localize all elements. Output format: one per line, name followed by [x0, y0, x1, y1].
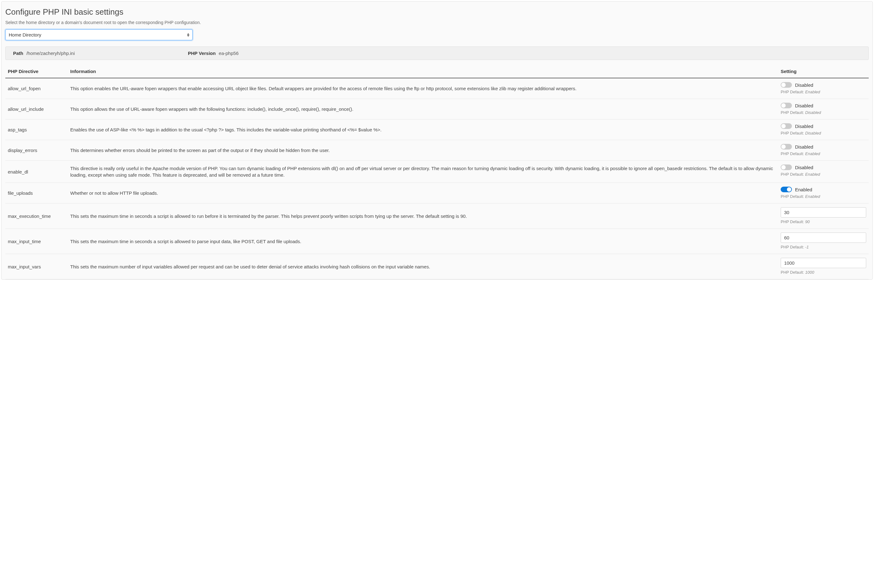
- php-default: PHP Default: Enabled: [781, 194, 866, 199]
- directive-info: This sets the maximum number of input va…: [68, 254, 778, 279]
- php-default: PHP Default: Disabled: [781, 110, 866, 115]
- table-row: allow_url_includeThis option allows the …: [5, 99, 869, 120]
- directive-setting-cell: DisabledPHP Default: Disabled: [778, 99, 869, 120]
- toggle-knob: [781, 83, 786, 87]
- info-bar: Path /home/zacheryh/php.ini PHP Version …: [5, 46, 869, 60]
- toggle-knob: [787, 187, 791, 192]
- page-subtitle: Select the home directory or a domain's …: [5, 20, 869, 25]
- php-default: PHP Default: Enabled: [781, 152, 866, 156]
- directive-name: display_errors: [5, 140, 68, 161]
- table-row: enable_dlThis directive is really only u…: [5, 161, 869, 183]
- table-row: allow_url_fopenThis option enables the U…: [5, 78, 869, 99]
- directive-info: Whether or not to allow HTTP file upload…: [68, 183, 778, 204]
- php-default-prefix: PHP Default:: [781, 110, 805, 115]
- php-default: PHP Default: Enabled: [781, 90, 866, 94]
- php-default-value: 1000: [805, 270, 814, 274]
- toggle-row: Disabled: [781, 144, 866, 150]
- directive-setting-cell: DisabledPHP Default: Enabled: [778, 78, 869, 99]
- directive-setting-cell: DisabledPHP Default: Enabled: [778, 140, 869, 161]
- toggle-state-label: Disabled: [795, 165, 813, 170]
- toggle-state-label: Disabled: [795, 124, 813, 129]
- php-default-value: Disabled: [805, 110, 821, 115]
- toggle-state-label: Disabled: [795, 103, 813, 108]
- toggle-row: Disabled: [781, 82, 866, 88]
- toggle-state-label: Disabled: [795, 144, 813, 150]
- toggle-knob: [781, 165, 786, 170]
- php-default: PHP Default: Enabled: [781, 172, 866, 177]
- directive-input[interactable]: [781, 232, 866, 243]
- php-default-prefix: PHP Default:: [781, 219, 805, 224]
- php-default-value: Enabled: [805, 152, 820, 156]
- toggle-switch[interactable]: [781, 82, 792, 88]
- table-row: file_uploadsWhether or not to allow HTTP…: [5, 183, 869, 204]
- php-default-prefix: PHP Default:: [781, 152, 805, 156]
- directive-input[interactable]: [781, 258, 866, 268]
- php-default-value: 90: [805, 219, 810, 224]
- version-label: PHP Version: [188, 51, 216, 56]
- php-default-prefix: PHP Default:: [781, 172, 805, 177]
- toggle-switch[interactable]: [781, 144, 792, 150]
- version-value: ea-php56: [219, 51, 238, 56]
- directive-setting-cell: PHP Default: 90: [778, 204, 869, 229]
- php-default: PHP Default: 1000: [781, 270, 866, 274]
- col-header-information: Information: [68, 66, 778, 78]
- table-header-row: PHP Directive Information Setting: [5, 66, 869, 78]
- toggle-row: Disabled: [781, 165, 866, 170]
- toggle-row: Disabled: [781, 123, 866, 129]
- directive-info: This determines whether errors should be…: [68, 140, 778, 161]
- toggle-row: Disabled: [781, 103, 866, 108]
- php-default-prefix: PHP Default:: [781, 245, 805, 249]
- php-default-prefix: PHP Default:: [781, 194, 805, 199]
- directive-info: Enables the use of ASP-like <% %> tags i…: [68, 120, 778, 140]
- directive-info: This sets the maximum time in seconds a …: [68, 229, 778, 254]
- directive-name: enable_dl: [5, 161, 68, 183]
- php-default-prefix: PHP Default:: [781, 131, 805, 135]
- col-header-setting: Setting: [778, 66, 869, 78]
- table-row: max_input_varsThis sets the maximum numb…: [5, 254, 869, 279]
- page-title: Configure PHP INI basic settings: [5, 7, 869, 17]
- php-default-prefix: PHP Default:: [781, 90, 805, 94]
- php-ini-panel: Configure PHP INI basic settings Select …: [1, 1, 873, 280]
- php-default-value: -1: [805, 245, 809, 249]
- directive-info: This sets the maximum time in seconds a …: [68, 204, 778, 229]
- toggle-knob: [781, 144, 786, 149]
- table-row: display_errorsThis determines whether er…: [5, 140, 869, 161]
- info-path: Path /home/zacheryh/php.ini: [13, 51, 188, 56]
- php-default-value: Disabled: [805, 131, 821, 135]
- directory-select[interactable]: Home Directory: [5, 29, 193, 40]
- directive-name: allow_url_include: [5, 99, 68, 120]
- php-default: PHP Default: 90: [781, 219, 866, 224]
- directive-info: This option enables the URL-aware fopen …: [68, 78, 778, 99]
- toggle-state-label: Disabled: [795, 82, 813, 88]
- php-default-prefix: PHP Default:: [781, 270, 805, 274]
- directive-name: asp_tags: [5, 120, 68, 140]
- toggle-knob: [781, 124, 786, 128]
- php-default-value: Enabled: [805, 90, 820, 94]
- path-value: /home/zacheryh/php.ini: [26, 51, 75, 56]
- directive-info: This directive is really only useful in …: [68, 161, 778, 183]
- path-label: Path: [13, 51, 23, 56]
- directive-name: max_input_time: [5, 229, 68, 254]
- directive-setting-cell: PHP Default: -1: [778, 229, 869, 254]
- table-row: max_input_timeThis sets the maximum time…: [5, 229, 869, 254]
- directive-input[interactable]: [781, 207, 866, 218]
- directive-name: max_execution_time: [5, 204, 68, 229]
- table-row: max_execution_timeThis sets the maximum …: [5, 204, 869, 229]
- col-header-directive: PHP Directive: [5, 66, 68, 78]
- toggle-switch[interactable]: [781, 187, 792, 192]
- directive-setting-cell: PHP Default: 1000: [778, 254, 869, 279]
- php-default-value: Enabled: [805, 172, 820, 177]
- directive-name: max_input_vars: [5, 254, 68, 279]
- directives-table: PHP Directive Information Setting allow_…: [5, 66, 869, 279]
- toggle-knob: [781, 103, 786, 108]
- toggle-switch[interactable]: [781, 165, 792, 170]
- table-row: asp_tagsEnables the use of ASP-like <% %…: [5, 120, 869, 140]
- toggle-row: Enabled: [781, 187, 866, 192]
- toggle-switch[interactable]: [781, 123, 792, 129]
- directive-setting-cell: DisabledPHP Default: Enabled: [778, 161, 869, 183]
- php-default-value: Enabled: [805, 194, 820, 199]
- php-default: PHP Default: Disabled: [781, 131, 866, 135]
- directory-select-wrap: Home Directory: [5, 29, 193, 40]
- directive-setting-cell: DisabledPHP Default: Disabled: [778, 120, 869, 140]
- toggle-switch[interactable]: [781, 103, 792, 108]
